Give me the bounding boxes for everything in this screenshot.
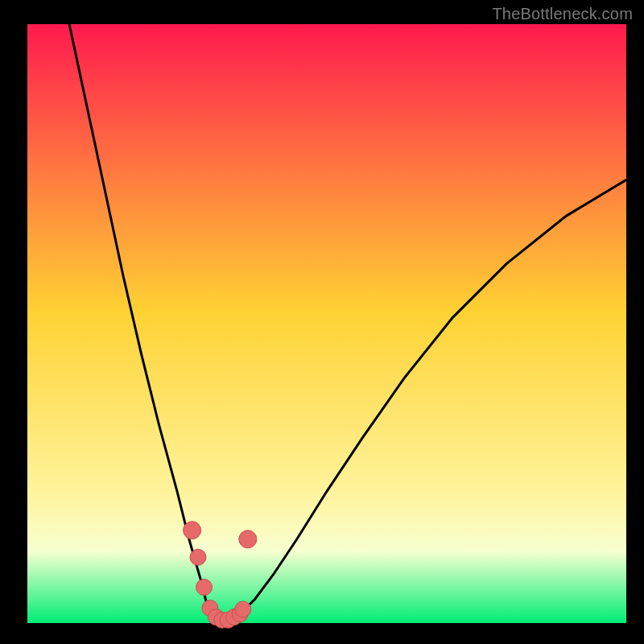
curve-marker xyxy=(235,601,251,617)
chart-frame: TheBottleneck.com xyxy=(0,0,644,644)
plot-background xyxy=(27,24,626,623)
bottleneck-chart xyxy=(0,0,644,644)
curve-marker xyxy=(196,579,213,595)
watermark-text: TheBottleneck.com xyxy=(492,5,633,23)
curve-marker xyxy=(190,549,206,565)
curve-marker xyxy=(239,530,257,548)
curve-marker xyxy=(184,522,201,539)
